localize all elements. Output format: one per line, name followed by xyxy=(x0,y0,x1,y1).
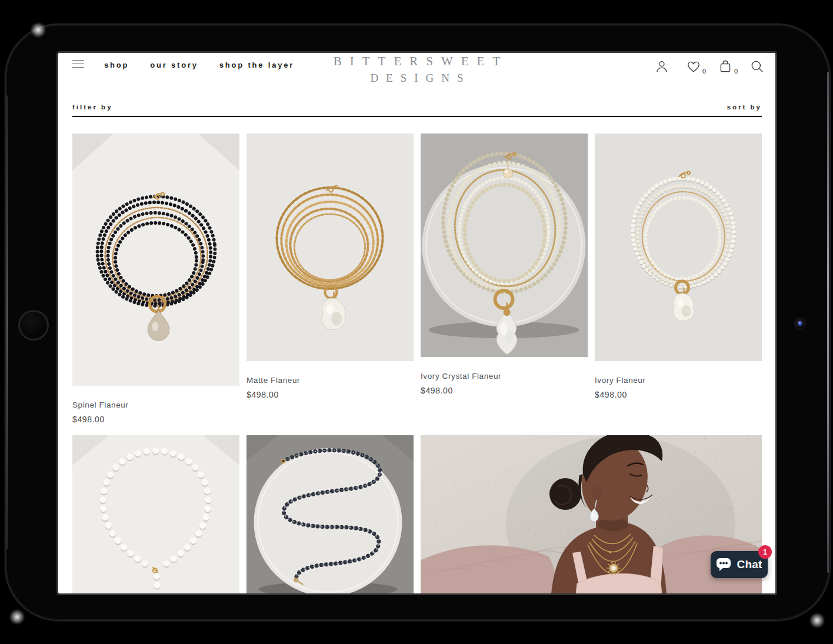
hamburger-menu-icon[interactable] xyxy=(72,60,84,69)
product-image[interactable] xyxy=(72,134,239,386)
wishlist-button[interactable]: 0 xyxy=(686,59,702,75)
nav-shop[interactable]: shop xyxy=(104,61,129,69)
nav-shop-the-layer[interactable]: shop the layer xyxy=(219,61,294,69)
product-image[interactable] xyxy=(72,435,239,593)
filter-sort-bar: filter by sort by xyxy=(72,104,762,117)
product-name[interactable]: Ivory Crystal Flaneur xyxy=(421,372,588,381)
screen: shop our story shop the layer BITTERSWEE… xyxy=(58,53,775,593)
shopping-bag-icon xyxy=(718,59,733,74)
account-button[interactable] xyxy=(654,59,671,75)
speech-bubble-icon xyxy=(716,558,732,572)
bezel-edge xyxy=(827,72,829,573)
chat-badge: 1 xyxy=(758,545,772,559)
bezel-edge xyxy=(6,95,8,549)
product-image[interactable] xyxy=(421,134,588,357)
product-grid-row1: Spinel Flaneur$498.00Matte Flaneur$498.0… xyxy=(72,134,762,424)
camera xyxy=(794,318,806,329)
brand-logo: BITTERSWEET DESIGNS xyxy=(334,54,500,85)
product-grid-row2 xyxy=(72,435,762,593)
product-image[interactable] xyxy=(246,435,414,593)
product-image[interactable] xyxy=(246,134,414,361)
product-name[interactable]: Ivory Flaneur xyxy=(595,376,762,385)
product-card[interactable]: Spinel Flaneur$498.00 xyxy=(72,134,239,424)
product-card[interactable]: Matte Flaneur$498.00 xyxy=(246,134,414,424)
cart-count: 0 xyxy=(734,68,738,75)
chat-label: Chat xyxy=(737,558,762,571)
bezel-glint xyxy=(29,21,47,39)
product-price: $498.00 xyxy=(421,386,588,395)
product-card[interactable]: Ivory Flaneur$498.00 xyxy=(595,134,762,424)
search-button[interactable] xyxy=(749,59,766,75)
logo-line2: DESIGNS xyxy=(334,72,508,85)
product-price: $498.00 xyxy=(595,390,762,399)
wishlist-count: 0 xyxy=(702,68,706,75)
heart-icon xyxy=(686,59,701,74)
home-button[interactable] xyxy=(18,310,49,341)
nav-our-story[interactable]: our story xyxy=(150,61,198,69)
bezel-glint xyxy=(808,612,826,629)
product-price: $498.00 xyxy=(246,390,414,399)
product-name[interactable]: Spinel Flaneur xyxy=(72,401,239,409)
person-icon xyxy=(654,59,669,74)
header-icons: 0 0 xyxy=(654,59,766,75)
bezel-glint xyxy=(8,608,26,626)
cart-button[interactable]: 0 xyxy=(718,59,734,75)
logo-line1: BITTERSWEET xyxy=(334,54,508,69)
sort-by-control[interactable]: sort by xyxy=(727,104,762,111)
product-card[interactable]: Ivory Crystal Flaneur$498.00 xyxy=(421,134,588,424)
product-name[interactable]: Matte Flaneur xyxy=(246,376,414,385)
main-nav: shop our story shop the layer xyxy=(104,61,294,69)
product-price: $498.00 xyxy=(72,415,239,424)
chat-button[interactable]: Chat 1 xyxy=(711,551,768,578)
product-image[interactable] xyxy=(595,134,762,361)
search-icon xyxy=(749,59,765,74)
tablet-frame: shop our story shop the layer BITTERSWEE… xyxy=(5,24,831,621)
filter-by-control[interactable]: filter by xyxy=(72,104,113,111)
